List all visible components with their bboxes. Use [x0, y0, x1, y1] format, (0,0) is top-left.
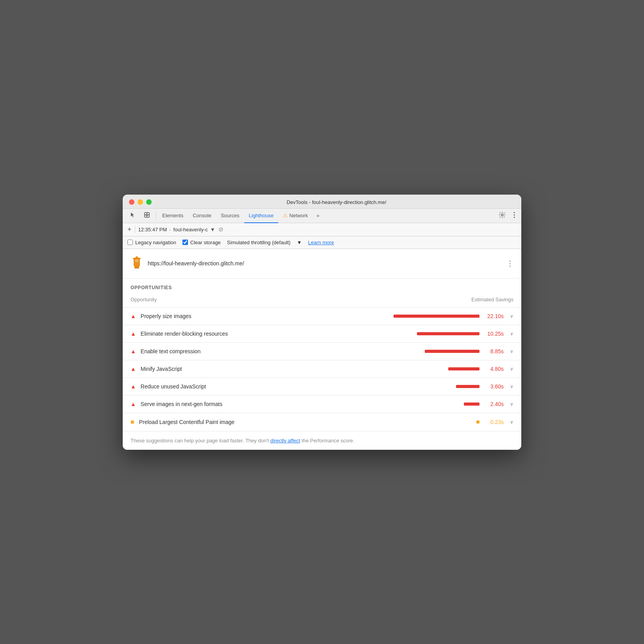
chevron-down-icon: ∨: [510, 384, 513, 389]
throttle-dropdown-btn[interactable]: ▼: [297, 240, 302, 245]
warning-icon: ▲: [131, 313, 136, 319]
no-entry-icon[interactable]: ⊘: [218, 226, 224, 233]
svg-rect-2: [145, 215, 147, 217]
footer-text-before: These suggestions can help your page loa…: [131, 438, 270, 444]
row-label: Minify JavaScript: [141, 366, 444, 372]
legacy-navigation-checkbox[interactable]: [127, 240, 133, 245]
url-content: 12:35:47 PM - foul-heavenly-c ▼: [138, 227, 215, 233]
url-bar: + 12:35:47 PM - foul-heavenly-c ▼ ⊘: [123, 223, 521, 236]
learn-more-link[interactable]: Learn more: [308, 240, 334, 245]
svg-rect-9: [134, 266, 139, 268]
devtools-window: DevTools - foul-heavenly-direction.glitc…: [123, 195, 521, 450]
tab-console[interactable]: Console: [188, 209, 216, 223]
clear-storage-checkbox-item[interactable]: Clear storage: [182, 240, 221, 245]
tab-network[interactable]: ⚠ Network: [278, 209, 313, 223]
savings-bar: [464, 402, 479, 406]
svg-point-7: [514, 216, 515, 218]
toolbar-icons: [496, 209, 518, 222]
chevron-down-icon: ∨: [510, 419, 513, 425]
warning-icon: ▲: [131, 348, 136, 354]
warning-icon: ▲: [131, 383, 136, 390]
chevron-down-icon: ∨: [510, 366, 513, 372]
row-bar-container: 22.10s ∨: [394, 313, 513, 319]
lighthouse-header: https://foul-heavenly-direction.glitch.m…: [123, 249, 521, 279]
row-bar-container: 2.40s ∨: [464, 401, 513, 407]
warning-square-icon: ■: [131, 419, 134, 426]
opportunities-section-title: OPPORTUNITIES: [123, 279, 521, 293]
clear-storage-checkbox[interactable]: [182, 240, 188, 245]
col-savings-header: Estimated Savings: [471, 297, 513, 302]
warning-triangle-icon: ⚠: [283, 213, 288, 218]
savings-bar: [417, 332, 479, 335]
tab-lighthouse[interactable]: Lighthouse: [244, 209, 279, 223]
row-label: Reduce unused JavaScript: [141, 383, 451, 390]
table-row[interactable]: ▲ Properly size images 22.10s ∨: [123, 307, 521, 325]
maximize-button[interactable]: [146, 199, 152, 205]
table-row[interactable]: ▲ Enable text compression 8.85s ∨: [123, 342, 521, 360]
lighthouse-more-options-btn[interactable]: ⋮: [506, 259, 513, 268]
cursor-icon-btn[interactable]: [126, 209, 140, 222]
chevron-down-icon: ∨: [510, 313, 513, 319]
clear-storage-label: Clear storage: [190, 240, 221, 245]
chevron-down-icon: ∨: [510, 401, 513, 407]
legacy-navigation-label: Legacy navigation: [135, 240, 176, 245]
table-row[interactable]: ▲ Reduce unused JavaScript 3.60s ∨: [123, 377, 521, 395]
footer-note: These suggestions can help your page loa…: [123, 431, 521, 450]
row-savings: 8.85s: [484, 348, 504, 354]
svg-point-5: [514, 212, 515, 213]
table-row[interactable]: ■ Preload Largest Contentful Paint image…: [123, 413, 521, 431]
throttle-label: Simulated throttling (default): [227, 240, 291, 245]
row-label: Serve images in next-gen formats: [141, 401, 459, 407]
legacy-navigation-checkbox-item[interactable]: Legacy navigation: [127, 240, 176, 245]
close-button[interactable]: [129, 199, 134, 205]
savings-bar: [476, 420, 479, 424]
savings-bar: [448, 367, 479, 370]
three-dots-vertical-icon: [513, 212, 515, 218]
url-separator: -: [169, 227, 171, 233]
svg-rect-1: [147, 213, 149, 215]
warning-icon: ▲: [131, 366, 136, 372]
lighthouse-logo-icon: [131, 255, 143, 272]
row-savings: 4.80s: [484, 366, 504, 372]
table-row[interactable]: ▲ Eliminate render-blocking resources 10…: [123, 325, 521, 342]
tab-sources[interactable]: Sources: [216, 209, 244, 223]
table-row[interactable]: ▲ Serve images in next-gen formats 2.40s…: [123, 395, 521, 413]
table-row[interactable]: ▲ Minify JavaScript 4.80s ∨: [123, 360, 521, 377]
row-savings: 3.60s: [484, 383, 504, 390]
minimize-button[interactable]: [138, 199, 143, 205]
inspect-icon: [144, 212, 150, 218]
tab-elements[interactable]: Elements: [157, 209, 188, 223]
lighthouse-url: https://foul-heavenly-direction.glitch.m…: [148, 260, 502, 267]
svg-rect-3: [147, 215, 149, 217]
row-label: Enable text compression: [141, 348, 420, 354]
tab-more[interactable]: »: [313, 209, 323, 222]
svg-rect-10: [133, 258, 141, 259]
more-options-btn[interactable]: [510, 209, 518, 222]
svg-point-6: [514, 214, 515, 215]
row-savings: 10.25s: [484, 331, 504, 337]
row-bar-container: 3.60s ∨: [456, 383, 513, 390]
chevron-down-icon: ∨: [510, 331, 513, 336]
row-bar-container: 8.85s ∨: [425, 348, 513, 354]
svg-point-4: [501, 214, 503, 216]
lighthouse-svg: [131, 255, 143, 269]
row-label: Eliminate render-blocking resources: [141, 331, 412, 337]
directly-affect-link[interactable]: directly affect: [270, 438, 300, 444]
savings-bar: [456, 385, 479, 388]
tab-divider: [156, 212, 156, 220]
gear-icon: [499, 211, 506, 218]
url-dropdown-btn[interactable]: ▼: [210, 227, 215, 233]
row-bar-container: 4.80s ∨: [448, 366, 513, 372]
new-tab-btn[interactable]: +: [127, 225, 132, 234]
settings-icon-btn[interactable]: [496, 209, 509, 222]
traffic-lights: [129, 199, 152, 205]
row-bar-container: 10.25s ∨: [417, 331, 513, 337]
main-content: https://foul-heavenly-direction.glitch.m…: [123, 249, 521, 450]
url-time: 12:35:47 PM: [138, 227, 167, 233]
col-opportunity-header: Opportunity: [131, 297, 157, 302]
savings-bar: [394, 315, 479, 318]
inspect-icon-btn[interactable]: [140, 209, 154, 222]
row-label: Preload Largest Contentful Paint image: [139, 419, 472, 425]
svg-rect-0: [145, 213, 147, 215]
window-title: DevTools - foul-heavenly-direction.glitc…: [158, 199, 515, 205]
